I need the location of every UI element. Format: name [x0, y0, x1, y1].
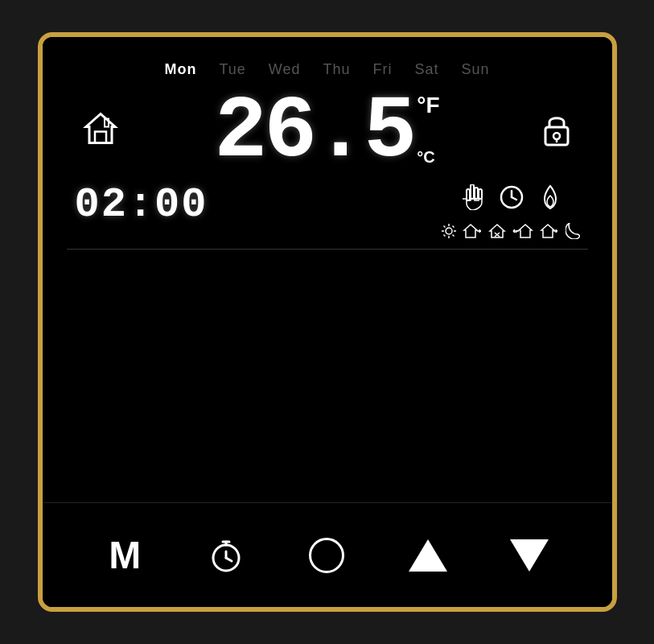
circle-button[interactable] [302, 531, 351, 580]
svg-marker-34 [541, 225, 554, 237]
temperature-value: 26.5 [214, 88, 413, 176]
circle-button-shape[interactable] [309, 538, 344, 573]
svg-marker-25 [479, 229, 481, 233]
day-wed: Wed [269, 61, 301, 78]
schedule-icons-row [442, 223, 580, 242]
svg-line-20 [452, 235, 454, 237]
display-area: Mon Tue Wed Thu Fri Sat Sun [43, 37, 612, 502]
home-return-icon [512, 224, 533, 242]
svg-line-39 [226, 558, 232, 561]
triangle-down-shape[interactable] [510, 539, 549, 572]
days-row: Mon Tue Wed Thu Fri Sat Sun [67, 61, 588, 78]
home-away-icon [488, 224, 506, 242]
clock-button[interactable] [202, 531, 250, 580]
hand-icon [461, 184, 483, 213]
svg-marker-36 [556, 229, 557, 233]
svg-point-5 [553, 133, 560, 139]
lock-icon [541, 111, 572, 153]
svg-marker-23 [464, 225, 477, 237]
svg-marker-0 [86, 114, 115, 143]
time-display: 02:00 [75, 184, 208, 226]
svg-line-13 [512, 197, 516, 200]
day-mon: Mon [164, 61, 196, 78]
day-fri: Fri [373, 61, 393, 78]
home-icon [83, 111, 118, 154]
brightness-icon [442, 224, 456, 242]
button-row: M [43, 502, 612, 607]
temperature-units: °F °C [417, 94, 439, 165]
svg-marker-26 [490, 225, 504, 237]
temperature-display: 26.5 °F °C [214, 88, 439, 176]
home-leave-icon [540, 224, 559, 242]
bottom-display: 02:00 [67, 184, 588, 242]
home-arrow-right-icon [463, 224, 482, 242]
clock-icon [500, 185, 524, 213]
unit-fahrenheit: °F [417, 94, 439, 117]
svg-rect-1 [95, 132, 106, 143]
day-sat: Sat [415, 61, 439, 78]
divider [67, 249, 588, 250]
m-button[interactable]: M [101, 531, 149, 580]
svg-line-19 [443, 226, 445, 228]
svg-rect-7 [471, 184, 474, 199]
unit-celsius: °C [417, 149, 434, 165]
up-button[interactable] [404, 531, 452, 580]
thermostat-device: Mon Tue Wed Thu Fri Sat Sun [38, 32, 617, 612]
day-sun: Sun [462, 61, 490, 78]
right-status-icons [442, 184, 580, 242]
svg-rect-8 [475, 188, 478, 199]
temperature-section: 26.5 °F °C [67, 88, 588, 176]
down-button[interactable] [505, 531, 553, 580]
svg-marker-29 [519, 225, 532, 237]
svg-line-21 [452, 226, 454, 228]
flame-icon [540, 184, 561, 213]
day-thu: Thu [323, 61, 350, 78]
status-icons-row [461, 184, 561, 213]
svg-point-14 [446, 228, 452, 234]
day-tue: Tue [219, 61, 245, 78]
triangle-up-shape[interactable] [409, 539, 447, 572]
svg-line-22 [443, 235, 445, 237]
sleep-icon [566, 223, 580, 242]
svg-rect-9 [479, 189, 482, 199]
